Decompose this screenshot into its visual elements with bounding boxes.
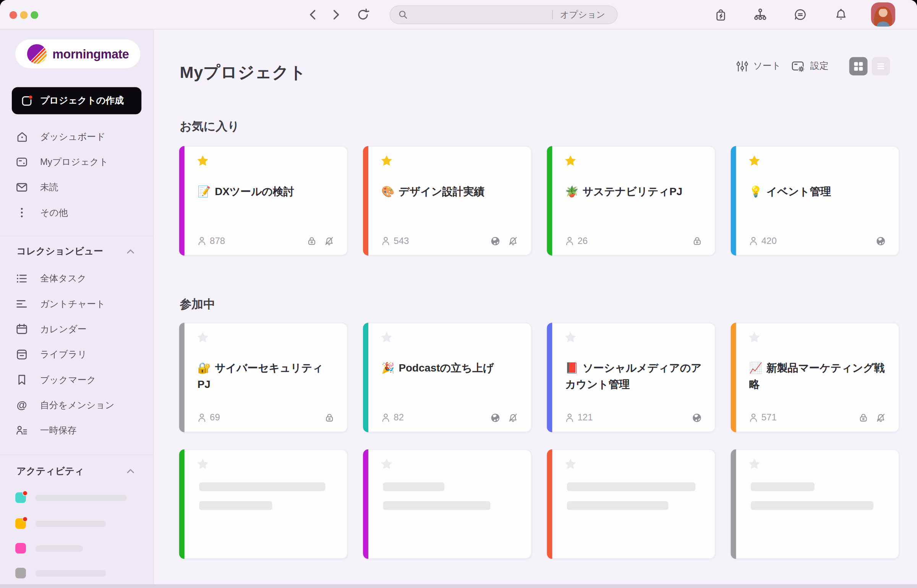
sidebar-item-label: ガントチャート [40, 298, 105, 310]
member-count: 571 [761, 412, 777, 423]
activity-item[interactable] [15, 568, 106, 578]
forward-button[interactable] [333, 10, 340, 20]
app-logo[interactable]: morningmate [15, 39, 140, 68]
project-title: 📈新製品マーケティング戦略 [749, 360, 886, 393]
project-title: 🔐サイバーセキュリティPJ [198, 360, 334, 393]
page-title: Myプロジェクト [180, 61, 306, 84]
minimize-window-button[interactable] [20, 11, 27, 18]
project-color-stripe [363, 323, 368, 432]
sort-button[interactable]: ソート [736, 57, 781, 76]
sidebar-item-calendar[interactable]: カレンダー [0, 317, 154, 341]
activity-header[interactable]: アクティビティ [0, 464, 154, 478]
member-count: 82 [394, 412, 404, 423]
sidebar-item-label: 未読 [40, 181, 58, 193]
grid-view-button[interactable] [849, 57, 868, 76]
sidebar-item-label: ダッシュボード [40, 131, 105, 143]
settings-button[interactable]: 設定 [791, 57, 829, 76]
library-icon [15, 348, 28, 361]
activity-skeleton-bar [36, 570, 106, 576]
project-emoji: 🎨 [381, 186, 395, 197]
project-card[interactable]: 📕ソーシャルメディアのアカウント管理 121 [547, 323, 715, 432]
search-input[interactable] [413, 10, 552, 19]
project-card[interactable]: 💡イベント管理 420 [731, 146, 899, 256]
sidebar-item-library[interactable]: ライブラリ [0, 343, 154, 367]
project-meta: 121 [565, 412, 702, 423]
activity-item[interactable] [15, 492, 127, 503]
activity-item[interactable] [15, 518, 106, 529]
chevron-right-icon [333, 10, 340, 20]
collection-view-header[interactable]: コレクションビュー [0, 244, 154, 258]
sidebar-item-dashboard[interactable]: ダッシュボード [0, 125, 154, 149]
sidebar-item-gantt[interactable]: ガントチャート [0, 292, 154, 316]
skeleton-bar [567, 482, 695, 491]
favorite-star-icon[interactable] [748, 154, 761, 167]
project-color-stripe [731, 146, 736, 256]
main-content: Myプロジェクト ソート 設定 [154, 29, 917, 588]
sidebar-item-drafts[interactable]: 一時保存 [0, 419, 154, 443]
activity-item[interactable] [15, 543, 83, 554]
create-project-icon [21, 95, 33, 107]
member-count: 121 [578, 412, 593, 423]
create-project-button[interactable]: プロジェクトの作成 [12, 87, 141, 114]
sidebar-item-bookmark[interactable]: ブックマーク [0, 368, 154, 392]
org-chart-button[interactable] [753, 8, 767, 22]
sidebar-item-unread[interactable]: 未読 [0, 176, 154, 199]
list-view-button[interactable] [872, 57, 890, 76]
unread-badge [23, 491, 28, 496]
members-icon [565, 236, 574, 246]
sidebar-item-label: ライブラリ [40, 348, 87, 360]
project-card-loading[interactable] [731, 449, 899, 559]
app-store-button[interactable] [714, 8, 728, 22]
project-meta: 69 [198, 412, 334, 423]
address-search-bar[interactable]: オプション [390, 5, 618, 24]
reload-button[interactable] [356, 8, 369, 21]
lock-icon [325, 413, 334, 422]
project-card[interactable]: 📈新製品マーケティング戦略 571 [731, 323, 899, 432]
skeleton-bar [567, 501, 668, 510]
project-card[interactable]: 🎉Podcastの立ち上げ 82 [363, 323, 531, 432]
project-card[interactable]: 🪴サステナビリティPJ 26 [547, 146, 715, 256]
project-card[interactable]: 🎨デザイン設計実績 543 [363, 146, 531, 256]
create-project-label: プロジェクトの作成 [40, 95, 124, 107]
globe-icon [490, 236, 500, 246]
chevron-left-icon [309, 10, 316, 20]
close-window-button[interactable] [10, 11, 17, 18]
sidebar-item-my-projects[interactable]: Myプロジェクト [0, 150, 154, 174]
favorite-star-icon[interactable] [748, 457, 761, 470]
user-avatar[interactable] [871, 2, 895, 26]
favorite-star-icon[interactable] [380, 154, 393, 167]
messages-button[interactable] [793, 8, 807, 22]
member-count: 543 [394, 236, 409, 246]
project-card[interactable]: 📝DXツールの検討 878 [179, 146, 348, 256]
settings-icon [791, 60, 806, 73]
section-heading-favorites: お気に入り [180, 118, 239, 134]
favorite-star-icon[interactable] [564, 331, 577, 344]
favorite-star-icon[interactable] [196, 154, 209, 167]
favorite-star-icon[interactable] [196, 457, 209, 470]
search-options-label[interactable]: オプション [560, 9, 610, 20]
favorite-star-icon[interactable] [196, 331, 209, 344]
project-color-stripe [363, 449, 368, 559]
gantt-icon [15, 297, 28, 310]
zoom-window-button[interactable] [31, 11, 38, 18]
notifications-button[interactable] [834, 8, 848, 22]
mail-icon [15, 181, 28, 194]
favorite-star-icon[interactable] [564, 154, 577, 167]
project-card-loading[interactable] [547, 449, 715, 559]
bell-muted-icon [508, 236, 518, 246]
globe-icon [692, 412, 702, 422]
project-card-loading[interactable] [179, 449, 348, 559]
unread-badge [23, 517, 28, 522]
sidebar-item-more[interactable]: その他 [0, 201, 154, 225]
favorite-star-icon[interactable] [748, 331, 761, 344]
sidebar-item-all-tasks[interactable]: 全体タスク [0, 267, 154, 291]
back-button[interactable] [309, 10, 316, 20]
favorite-star-icon[interactable] [380, 457, 393, 470]
sidebar-item-mentions[interactable]: @ 自分をメンション [0, 393, 154, 417]
project-card[interactable]: 🔐サイバーセキュリティPJ 69 [179, 323, 348, 432]
app-window: オプション [0, 0, 917, 588]
activity-color-swatch [15, 543, 26, 554]
favorite-star-icon[interactable] [564, 457, 577, 470]
favorite-star-icon[interactable] [380, 331, 393, 344]
project-card-loading[interactable] [363, 449, 531, 559]
